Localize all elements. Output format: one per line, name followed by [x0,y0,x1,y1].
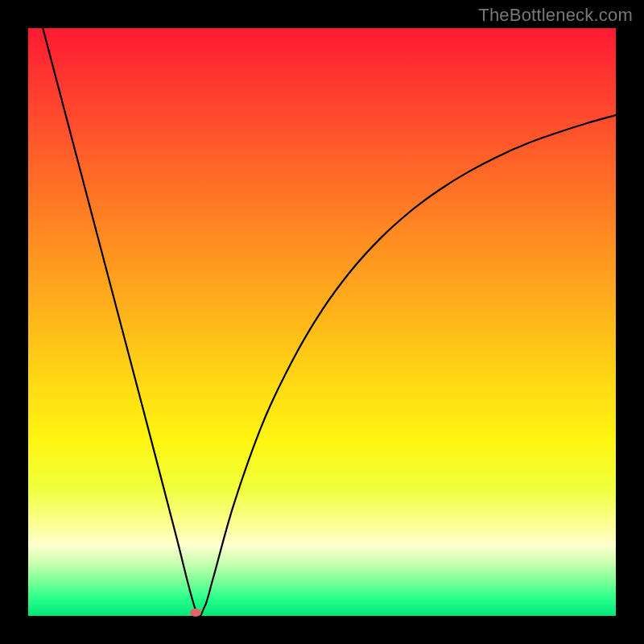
chart-frame: TheBottleneck.com [0,0,644,644]
optimal-point-marker [190,609,201,617]
curve-path [43,28,616,616]
plot-area [28,28,616,616]
watermark-text: TheBottleneck.com [478,5,633,26]
bottleneck-curve [28,28,616,616]
